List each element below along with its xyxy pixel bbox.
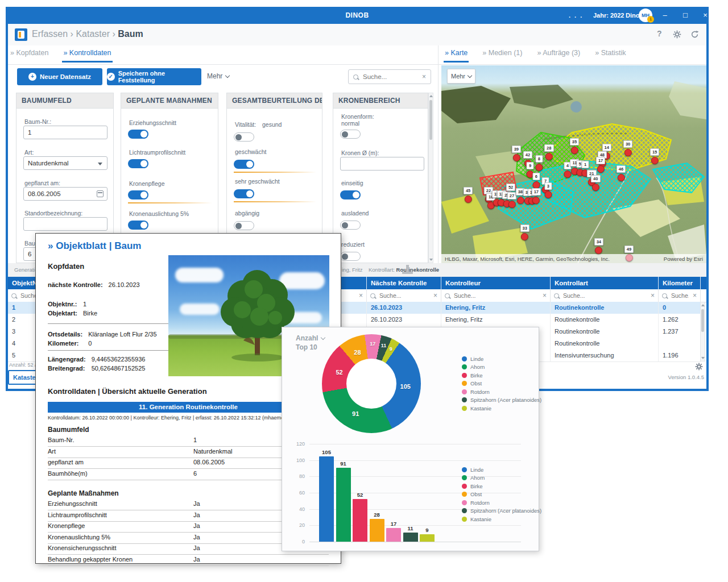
column-header-Kontrolleur[interactable]: Kontrolleur <box>441 277 551 289</box>
toggle-on[interactable] <box>128 221 148 230</box>
tab-kontrolldaten[interactable]: » Kontrolldaten <box>63 49 111 61</box>
toggle-off[interactable] <box>234 132 254 142</box>
input-field[interactable]: 1 <box>23 126 107 139</box>
toggle-on[interactable] <box>128 130 148 139</box>
tab-aufträge3[interactable]: » Aufträge (3) <box>537 49 581 61</box>
column-search-input[interactable] <box>670 292 690 300</box>
toggle-on[interactable] <box>234 160 254 169</box>
select-field[interactable]: Naturdenkmal <box>23 156 107 170</box>
map-marker[interactable]: 27 <box>507 192 516 208</box>
column-header-Nächste Kontrolle[interactable]: Nächste Kontrolle <box>367 277 441 289</box>
legend-item: Linde <box>462 355 541 363</box>
close-button[interactable]: × <box>698 7 713 24</box>
maximize-button[interactable]: □ <box>678 7 693 24</box>
toggle-off[interactable] <box>340 130 361 139</box>
input-field[interactable] <box>23 217 107 231</box>
help-icon[interactable]: ? <box>657 29 662 38</box>
more-button[interactable]: Mehr <box>207 72 229 80</box>
bar-kastanie[interactable] <box>420 534 435 542</box>
map-view[interactable]: 3942283514301589411514817462140673452252… <box>441 65 706 263</box>
donut-value-label: 11 <box>381 343 387 348</box>
map-marker[interactable]: 6 <box>532 173 540 189</box>
bar-ahorn[interactable] <box>336 468 351 542</box>
toggle-on[interactable] <box>234 189 254 198</box>
anzahl-dropdown[interactable]: Anzahl <box>296 334 325 342</box>
clear-search-icon[interactable]: × <box>359 292 363 300</box>
column-header-Kilometer[interactable]: Kilometer <box>659 277 701 289</box>
panel-title: BAUMUMFELD <box>16 93 113 109</box>
date-field[interactable]: 08.06.2005 <box>23 187 107 201</box>
map-marker[interactable]: 39 <box>512 146 521 161</box>
field-value-label: normal <box>341 120 359 127</box>
map-marker[interactable]: 30 <box>623 140 632 156</box>
toggle-on[interactable] <box>128 190 148 199</box>
breadcrumb-kataster[interactable]: Kataster <box>76 29 110 39</box>
map-marker[interactable]: 46 <box>617 165 626 181</box>
map-marker[interactable]: 45 <box>464 187 473 203</box>
donut-legend: LindeAhornBirkeObstRotdornSpitzahorn (Ac… <box>462 355 541 413</box>
search-input[interactable] <box>362 73 419 81</box>
map-marker[interactable]: 35 <box>570 138 579 154</box>
table-settings-gear-icon[interactable] <box>695 363 703 373</box>
column-search-input[interactable] <box>453 292 540 300</box>
marker-label: 52 <box>506 184 515 191</box>
kopfdaten-label: Objektnr.: <box>48 301 77 307</box>
map-marker[interactable]: 8 <box>535 155 543 171</box>
table-cell: Routinekontrolle <box>551 326 659 338</box>
clear-search-icon[interactable]: × <box>693 292 697 300</box>
new-record-button[interactable]: + Neuer Datensatz <box>17 68 102 85</box>
tab-statistik[interactable]: » Statistik <box>595 49 626 61</box>
refresh-icon[interactable] <box>690 30 699 41</box>
map-marker[interactable]: 49 <box>624 246 634 261</box>
bar-linde[interactable] <box>319 456 334 542</box>
bar-birke[interactable] <box>353 499 367 542</box>
column-header-Kontrollart[interactable]: Kontrollart <box>551 277 659 289</box>
toggle-on[interactable] <box>128 159 148 168</box>
bar-obst[interactable] <box>370 519 384 542</box>
map-more-button[interactable]: Mehr <box>447 69 475 84</box>
table-scrollbar[interactable] <box>700 302 705 361</box>
legend-label: Kastanie <box>470 516 491 522</box>
table-cell: Intensivuntersuchung <box>551 350 659 361</box>
map-marker[interactable]: 33 <box>520 225 530 240</box>
clear-search-icon[interactable]: × <box>651 292 655 300</box>
toolbar-search[interactable]: × <box>348 69 431 84</box>
save-button[interactable]: ✓ Speichern ohne Feststellung <box>107 68 201 85</box>
clear-search-icon[interactable]: × <box>422 73 426 81</box>
splitter-grip-base[interactable] <box>402 272 413 274</box>
breadcrumb-erfassen[interactable]: Erfassen <box>32 29 68 39</box>
bar-spitzahorn-acer-platanoides-[interactable] <box>403 533 418 542</box>
titlebar-menu-dots[interactable]: . . . <box>569 7 583 24</box>
map-marker[interactable]: 17 <box>532 188 541 204</box>
form-scrollbar[interactable] <box>428 93 433 263</box>
map-marker[interactable]: 40 <box>591 175 600 191</box>
minimize-button[interactable]: – <box>657 7 672 24</box>
avatar[interactable]: MH 1 <box>639 9 652 22</box>
bar-rotdorn[interactable] <box>386 528 401 542</box>
column-search-input[interactable] <box>562 292 648 300</box>
map-marker[interactable]: 28 <box>544 144 553 160</box>
toggle-off[interactable] <box>340 221 361 230</box>
tab-karte[interactable]: » Karte <box>445 49 468 61</box>
tab-kopfdaten[interactable]: » Kopfdaten <box>10 49 48 61</box>
clear-search-icon[interactable]: × <box>543 292 547 300</box>
map-marker[interactable]: 17 <box>596 157 605 173</box>
toggle-off[interactable] <box>234 221 254 230</box>
clear-search-icon[interactable]: × <box>433 292 437 300</box>
gear-icon[interactable] <box>673 30 681 41</box>
toggle-on[interactable] <box>340 190 361 199</box>
tab-medien1[interactable]: » Medien (1) <box>482 49 522 61</box>
marker-label: 9 <box>527 162 534 169</box>
map-marker[interactable]: 34 <box>594 238 603 254</box>
marker-dot <box>544 191 552 198</box>
column-search-input[interactable] <box>378 292 431 300</box>
detail-label: Kronensicherungsschnitt <box>48 544 116 551</box>
input-field[interactable] <box>340 157 424 171</box>
splitter-grip[interactable] <box>406 265 409 272</box>
map-marker[interactable]: 3 <box>544 182 552 198</box>
marker-label: 1 <box>582 161 589 168</box>
map-marker[interactable]: 15 <box>650 148 659 164</box>
section-heading: Geplante Maßnahmen <box>48 489 119 497</box>
legend-label: Rotdorn <box>470 500 490 506</box>
toggle-off[interactable] <box>340 252 361 261</box>
